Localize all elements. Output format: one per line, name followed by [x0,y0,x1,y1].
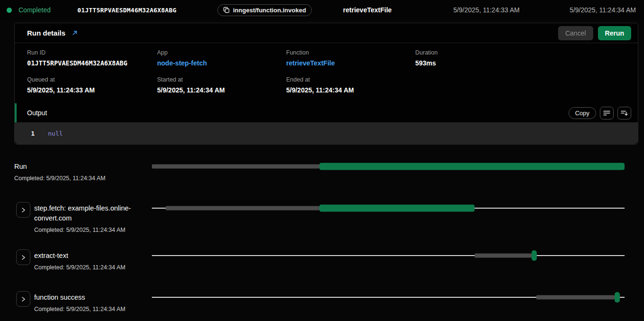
field-duration: Duration 593ms [415,49,625,67]
jump-to-bottom-icon [621,110,628,116]
timeline-segment-mark [615,292,620,303]
run-status: Completed [7,6,73,14]
run-details-page: Completed 01JTT5RPVAESDM46M32A6X8ABG inn… [0,0,644,321]
trace-row-text: extract-text Completed: 5/9/2025, 11:24:… [34,251,144,271]
panel-actions: Cancel Rerun [558,26,631,40]
panel-title: Run details [27,29,65,37]
started-timestamp: 5/9/2025, 11:24:34 AM [520,6,636,14]
timeline-segment-queued [536,295,615,300]
word-wrap-icon [603,110,610,116]
copy-icon [223,7,230,13]
rerun-button[interactable]: Rerun [598,26,631,40]
field-function: Function retrieveTextFile [286,49,415,67]
timeline-segment-mark [532,250,537,261]
field-value: 01JTT5RPVAESDM46M32A6X8ABG [27,59,157,67]
run-summary-bar: Completed 01JTT5RPVAESDM46M32A6X8ABG inn… [0,0,644,20]
queued-timestamp: 5/9/2025, 11:24:33 AM [403,6,520,14]
trace-row-title: Run [14,162,27,172]
timeline-segment-running [319,163,625,170]
field-label: App [157,49,286,56]
status-dot-icon [7,8,12,13]
trace-row-run: Run Completed: 5/9/2025, 11:24:34 AM [0,159,644,189]
output-code-block[interactable]: 1 null [15,122,638,144]
app-link[interactable]: node-step-fetch [157,59,286,67]
trace-row-completed-at: Completed: 5/9/2025, 11:24:34 AM [34,305,144,313]
trace-row-text: function success Completed: 5/9/2025, 11… [34,293,144,313]
line-number: 1 [15,130,35,137]
trace-row-step-fetch: step.fetch: example-files.online-convert… [0,201,644,237]
timeline-segment-queued [475,254,532,258]
field-queued-at: Queued at 5/9/2025, 11:24:33 AM [27,76,157,94]
cancel-button[interactable]: Cancel [558,26,593,40]
field-value: 5/9/2025, 11:24:34 AM [157,86,286,94]
field-label: Function [286,49,415,56]
timeline-track[interactable] [152,160,625,173]
word-wrap-button[interactable] [600,107,614,119]
run-metadata-grid: Run ID 01JTT5RPVAESDM46M32A6X8ABG App no… [15,43,638,103]
field-label: Duration [415,49,625,56]
field-label: Started at [157,76,286,83]
panel-header: Run details Cancel Rerun [15,23,638,43]
trace-row-extract-text: extract-text Completed: 5/9/2025, 11:24:… [0,248,644,278]
trace-row-function-success: function success Completed: 5/9/2025, 11… [0,290,644,320]
run-details-panel: Run details Cancel Rerun Run ID 01JTT5RP… [14,23,638,145]
chevron-right-icon [21,296,26,302]
jump-to-bottom-button[interactable] [617,107,631,119]
timeline-segment-queued [152,165,319,169]
output-actions: Copy [569,107,631,119]
timeline-segment-running [319,205,475,212]
expand-step-button[interactable] [16,202,30,218]
run-timestamps: 5/9/2025, 11:24:33 AM 5/9/2025, 11:24:34… [403,6,636,14]
field-app: App node-step-fetch [157,49,286,67]
trace-row-title: function success [34,293,144,303]
function-link[interactable]: retrieveTextFile [286,59,415,67]
chevron-right-icon [21,207,26,213]
timeline-track[interactable] [152,291,625,303]
trace-row-completed-at: Completed: 5/9/2025, 11:24:34 AM [34,226,144,234]
copy-output-button[interactable]: Copy [569,107,596,119]
chevron-right-icon [21,255,26,260]
expand-step-button[interactable] [16,249,30,265]
run-id: 01JTT5RPVAESDM46M32A6X8ABG [77,7,187,14]
timeline-track[interactable] [152,249,625,262]
field-value: 5/9/2025, 11:24:34 AM [286,86,415,94]
trace-row-title: extract-text [34,251,144,261]
trace-row-title: step.fetch: example-files.online-convert… [34,203,144,223]
field-started-at: Started at 5/9/2025, 11:24:34 AM [157,76,286,94]
trace-row-text: step.fetch: example-files.online-convert… [34,203,144,234]
event-badge-label: inngest/function.invoked [233,7,306,14]
field-run-id: Run ID 01JTT5RPVAESDM46M32A6X8ABG [27,49,157,67]
field-ended-at: Ended at 5/9/2025, 11:24:34 AM [286,76,415,94]
field-value: 593ms [415,59,625,67]
timeline-track[interactable] [152,202,625,214]
field-label: Run ID [27,49,157,56]
output-section-header: Output Copy [15,103,638,122]
function-name: retrieveTextFile [343,6,392,14]
field-value: 5/9/2025, 11:24:33 AM [27,86,157,94]
timeline-baseline [152,255,625,256]
field-label: Queued at [27,76,157,83]
event-badge[interactable]: inngest/function.invoked [217,4,312,16]
status-label: Completed [19,6,51,14]
trace-row-completed-at: Completed: 5/9/2025, 11:24:34 AM [14,175,105,182]
expand-step-button[interactable] [16,291,30,307]
trace-row-completed-at: Completed: 5/9/2025, 11:24:34 AM [34,264,144,271]
output-title: Output [27,109,47,117]
field-label: Ended at [286,76,415,83]
output-value: null [48,130,63,137]
external-link-icon[interactable] [71,29,78,37]
timeline-segment-queued [166,206,319,211]
